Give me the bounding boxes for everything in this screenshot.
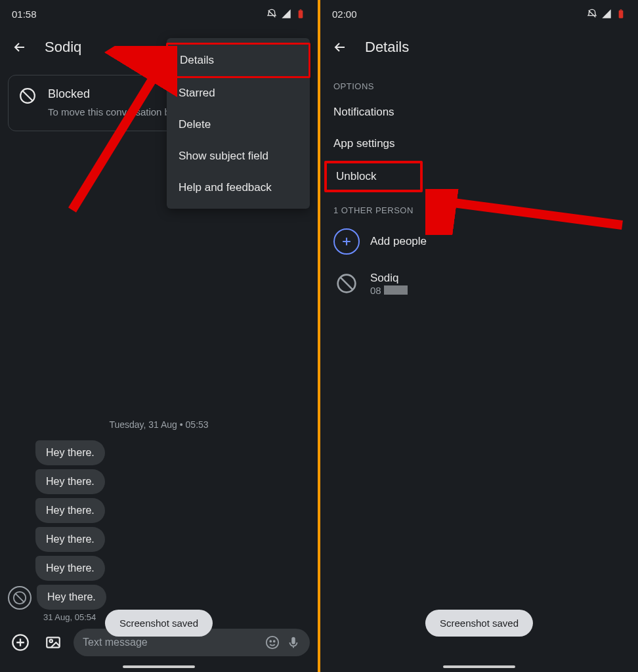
menu-item-starred[interactable]: Starred — [167, 77, 310, 109]
compose-placeholder: Text message — [83, 637, 259, 648]
signal-icon — [601, 9, 612, 19]
overflow-menu: Details Starred Delete Show subject fiel… — [167, 38, 310, 209]
dnd-icon — [587, 9, 597, 19]
status-time: 02:00 — [332, 9, 357, 20]
toast-screenshot-saved: Screenshot saved — [105, 610, 213, 637]
menu-item-details[interactable]: Details — [166, 43, 310, 78]
message-bubble[interactable]: Hey there. — [35, 556, 105, 581]
conversation-title: Sodiq — [45, 39, 81, 56]
option-app-settings[interactable]: App settings — [320, 128, 638, 159]
dnd-icon — [266, 9, 277, 19]
date-divider: Tuesday, 31 Aug • 05:53 — [8, 419, 310, 430]
option-notifications[interactable]: Notifications — [320, 96, 638, 128]
message-row: Hey there. — [8, 469, 310, 494]
nav-indicator — [123, 665, 195, 668]
message-row: Hey there. — [8, 585, 310, 610]
message-row: Hey there. — [8, 556, 310, 581]
message-bubble[interactable]: Hey there. — [37, 585, 106, 610]
svg-point-7 — [50, 640, 53, 642]
battery-icon — [295, 9, 306, 19]
back-button[interactable] — [327, 34, 353, 60]
blocked-icon — [19, 87, 39, 119]
person-number: 08 — [370, 285, 408, 296]
redacted-block — [384, 285, 408, 295]
section-label-options: OPTIONS — [320, 70, 638, 96]
signal-icon — [281, 9, 291, 19]
svg-rect-1 — [300, 9, 302, 10]
message-bubble[interactable]: Hey there. — [35, 469, 105, 494]
message-row: Hey there. — [8, 527, 310, 552]
menu-item-help[interactable]: Help and feedback — [167, 172, 310, 203]
menu-item-show-subject[interactable]: Show subject field — [167, 140, 310, 172]
app-bar: Details — [320, 25, 638, 70]
nav-indicator — [443, 665, 515, 668]
message-bubble[interactable]: Hey there. — [35, 440, 105, 465]
emoji-icon[interactable] — [265, 635, 280, 650]
phone-screenshot-left: 01:58 Sodiq Blocked To move this convers… — [0, 0, 319, 672]
page-title: Details — [365, 39, 409, 56]
status-time: 01:58 — [12, 9, 37, 20]
status-icons — [587, 9, 626, 19]
mic-icon[interactable] — [286, 635, 301, 650]
message-bubble[interactable]: Hey there. — [35, 498, 105, 523]
battery-icon — [616, 9, 626, 19]
svg-rect-0 — [299, 10, 303, 18]
menu-item-delete[interactable]: Delete — [167, 109, 310, 140]
add-icon — [333, 228, 360, 255]
gallery-button[interactable] — [41, 630, 66, 655]
conversation-area: Tuesday, 31 Aug • 05:53 Hey there. Hey t… — [0, 136, 318, 622]
blocked-avatar-icon — [8, 586, 32, 610]
person-number-prefix: 08 — [370, 285, 381, 296]
section-label-people: 1 OTHER PERSON — [320, 194, 638, 220]
person-name: Sodiq — [370, 272, 408, 285]
status-bar: 01:58 — [0, 0, 318, 25]
toast-screenshot-saved: Screenshot saved — [425, 610, 533, 637]
back-button[interactable] — [7, 34, 33, 60]
svg-point-10 — [274, 640, 275, 642]
svg-rect-12 — [619, 10, 624, 18]
add-people-row[interactable]: Add people — [320, 220, 638, 262]
person-row[interactable]: Sodiq 08 — [320, 262, 638, 304]
status-bar: 02:00 — [320, 0, 638, 25]
status-icons — [266, 9, 306, 19]
message-row: Hey there. — [8, 498, 310, 523]
svg-rect-13 — [620, 9, 622, 10]
message-bubble[interactable]: Hey there. — [35, 527, 105, 552]
option-unblock[interactable]: Unblock — [324, 161, 423, 192]
add-people-label: Add people — [370, 235, 427, 248]
attach-plus-button[interactable] — [8, 630, 33, 655]
blocked-avatar-icon — [333, 270, 360, 297]
svg-point-9 — [270, 640, 271, 642]
message-row: Hey there. — [8, 440, 310, 465]
phone-screenshot-right: 02:00 Details OPTIONS Notifications App … — [319, 0, 638, 672]
svg-rect-11 — [291, 637, 295, 644]
svg-point-8 — [266, 637, 278, 648]
